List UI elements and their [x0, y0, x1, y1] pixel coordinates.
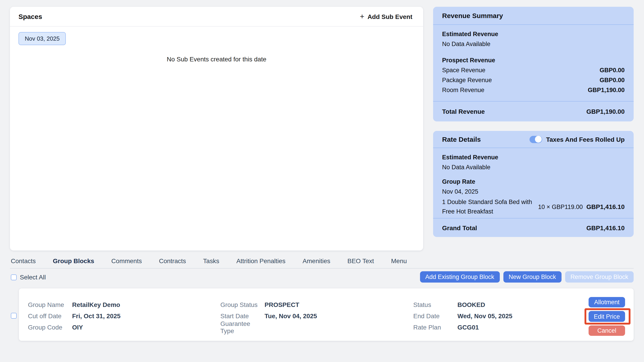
field-label: End Date	[413, 312, 458, 319]
tab-attrition-penalties[interactable]: Attrition Penalties	[236, 257, 286, 265]
revenue-summary-panel: Revenue Summary Estimated Revenue No Dat…	[433, 7, 634, 121]
date-chip[interactable]: Nov 03, 2025	[18, 32, 66, 45]
revenue-row-label: Package Revenue	[442, 77, 492, 83]
tab-contracts[interactable]: Contracts	[159, 257, 186, 265]
group-block-row-checkbox[interactable]	[11, 313, 17, 319]
field-label: Rate Plan	[413, 323, 458, 331]
field-label: Group Name	[28, 301, 72, 308]
revenue-summary-body: Estimated Revenue No Data Available Pros…	[433, 25, 634, 101]
field-value: OIY	[72, 323, 83, 331]
add-sub-event-label: Add Sub Event	[368, 13, 412, 20]
estimated-revenue-label: Estimated Revenue	[442, 29, 624, 39]
cancel-button[interactable]: Cancel	[588, 325, 625, 336]
spaces-header: Spaces + Add Sub Event	[10, 7, 423, 27]
detail-tabs: Contacts Group Blocks Comments Contracts…	[11, 257, 407, 265]
tab-group-blocks[interactable]: Group Blocks	[53, 257, 94, 265]
select-all-label: Select All	[20, 274, 46, 281]
rate-details-title: Rate Details	[442, 135, 481, 143]
field-value: Fri, Oct 31, 2025	[72, 312, 120, 319]
rate-item-name: 1 Double Standard Sofa Bed with Free Hot…	[442, 197, 538, 216]
revenue-summary-header: Revenue Summary	[433, 7, 634, 25]
tab-tasks[interactable]: Tasks	[203, 257, 219, 265]
taxes-fees-toggle-label: Taxes And Fees Rolled Up	[546, 136, 624, 143]
remove-group-block-button[interactable]: Remove Group Block	[565, 271, 634, 283]
rate-details-header: Rate Details Taxes And Fees Rolled Up	[433, 131, 634, 148]
rate-details-body: Estimated Revenue No Data Available Grou…	[433, 148, 634, 218]
rate-item-total: GBP1,416.10	[586, 203, 624, 210]
group-rate-label: Group Rate	[442, 176, 624, 187]
tab-amenities[interactable]: Amenities	[302, 257, 330, 265]
revenue-row-value: GBP0.00	[600, 77, 624, 83]
field-value: Wed, Nov 05, 2025	[458, 312, 512, 319]
tab-beo-text[interactable]: BEO Text	[348, 257, 374, 265]
revenue-row: Package Revenue GBP0.00	[442, 75, 624, 85]
field-label: Cut off Date	[28, 312, 72, 319]
rate-details-panel: Rate Details Taxes And Fees Rolled Up Es…	[433, 131, 634, 237]
no-data-text: No Data Available	[442, 39, 624, 49]
total-revenue-value: GBP1,190.00	[586, 108, 624, 115]
total-revenue-row: Total Revenue GBP1,190.00	[433, 101, 634, 121]
field-label: Start Date	[220, 312, 264, 319]
field-label: Group Code	[28, 323, 72, 331]
grand-total-row: Grand Total GBP1,416.10	[433, 218, 634, 237]
spaces-title: Spaces	[18, 13, 42, 20]
edit-price-button[interactable]: Edit Price	[588, 311, 625, 322]
spaces-panel: Spaces + Add Sub Event Nov 03, 2025 No S…	[10, 7, 423, 251]
total-revenue-label: Total Revenue	[442, 108, 485, 115]
toggle-knob-icon	[535, 136, 542, 143]
select-all-checkbox[interactable]	[11, 274, 17, 280]
add-sub-event-button[interactable]: + Add Sub Event	[360, 13, 412, 20]
taxes-fees-toggle[interactable]	[529, 136, 542, 143]
add-existing-group-block-button[interactable]: Add Existing Group Block	[420, 271, 500, 283]
field-value: RetailKey Demo	[72, 301, 120, 308]
field-value: PROSPECT	[264, 301, 299, 308]
no-data-text: No Data Available	[442, 162, 624, 172]
group-block-fields-column: Group Name RetailKey Demo Cut off Date F…	[28, 299, 120, 333]
tab-contacts[interactable]: Contacts	[11, 257, 36, 265]
plus-icon: +	[360, 13, 364, 20]
revenue-row: Room Revenue GBP1,190.00	[442, 85, 624, 95]
rate-item-qty: 10 × GBP119.00	[538, 203, 583, 210]
group-block-row: Group Name RetailKey Demo Cut off Date F…	[19, 288, 634, 341]
revenue-row: Space Revenue GBP0.00	[442, 65, 624, 75]
allotment-button[interactable]: Allotment	[588, 297, 625, 307]
tabs-divider	[10, 268, 634, 269]
select-all-row: Select All	[11, 274, 46, 281]
revenue-row-label: Room Revenue	[442, 86, 484, 93]
no-sub-events-message: No Sub Events created for this date	[10, 56, 423, 63]
revenue-row-value: GBP0.00	[600, 67, 624, 73]
new-group-block-button[interactable]: New Group Block	[503, 271, 561, 283]
field-label: Group Status	[220, 301, 264, 308]
group-rate-date: Nov 04, 2025	[442, 187, 624, 196]
group-blocks-toolbar: Add Existing Group Block New Group Block…	[420, 271, 634, 283]
tab-comments[interactable]: Comments	[111, 257, 142, 265]
grand-total-label: Grand Total	[442, 224, 477, 231]
field-value: Tue, Nov 04, 2025	[264, 312, 317, 319]
grand-total-value: GBP1,416.10	[586, 224, 624, 231]
page: Spaces + Add Sub Event Nov 03, 2025 No S…	[0, 0, 644, 362]
prospect-revenue-label: Prospect Revenue	[442, 55, 624, 65]
revenue-summary-title: Revenue Summary	[442, 12, 503, 20]
tab-menu[interactable]: Menu	[391, 257, 407, 265]
field-label: Guarantee Type	[220, 320, 264, 334]
revenue-row-label: Space Revenue	[442, 67, 485, 73]
rate-item-row: 1 Double Standard Sofa Bed with Free Hot…	[442, 197, 624, 216]
revenue-row-value: GBP1,190.00	[588, 86, 624, 93]
group-block-fields-column: Status BOOKED End Date Wed, Nov 05, 2025…	[413, 299, 512, 333]
field-value: BOOKED	[458, 301, 485, 308]
group-block-fields-column: Group Status PROSPECT Start Date Tue, No…	[220, 299, 317, 333]
field-label: Status	[413, 301, 458, 308]
estimated-revenue-label: Estimated Revenue	[442, 152, 624, 162]
field-value: GCG01	[458, 323, 479, 331]
